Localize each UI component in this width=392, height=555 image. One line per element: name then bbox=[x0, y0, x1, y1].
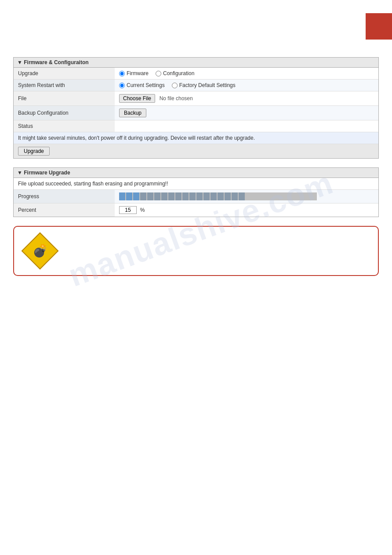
system-restart-options: Current Settings Factory Default Setting… bbox=[115, 80, 378, 91]
status-label: Status bbox=[14, 120, 115, 132]
bomb-diamond-icon: 💣 bbox=[22, 232, 59, 270]
progress-seg-r5 bbox=[168, 192, 174, 200]
current-settings-radio[interactable] bbox=[119, 83, 125, 88]
progress-row: Progress bbox=[14, 190, 378, 203]
upgrade-row: Upgrade Firmware Configuration bbox=[14, 68, 378, 80]
progress-seg-r6 bbox=[175, 192, 181, 200]
progress-seg-r7 bbox=[182, 192, 189, 200]
firmware-config-table: Upgrade Firmware Configuration bbox=[14, 68, 378, 158]
configuration-radio-text: Configuration bbox=[163, 70, 194, 76]
progress-segment-2 bbox=[126, 192, 132, 200]
upgrade-options: Firmware Configuration bbox=[115, 68, 378, 80]
upgrade-button[interactable]: Upgrade bbox=[18, 147, 50, 156]
status-row: Status bbox=[14, 120, 378, 132]
upload-status-message: File upload succeeded, starting flash er… bbox=[14, 178, 378, 190]
current-settings-radio-label[interactable]: Current Settings bbox=[119, 82, 165, 88]
percent-label: Percent bbox=[14, 203, 115, 217]
upgrade-label: Upgrade bbox=[14, 68, 115, 80]
configuration-radio-label[interactable]: Configuration bbox=[156, 70, 194, 76]
bomb-icon-container: 💣 bbox=[25, 236, 55, 266]
file-row: File Choose File No file chosen bbox=[14, 91, 378, 106]
progress-seg-r11 bbox=[211, 192, 217, 200]
firmware-upgrade-header: ▼ Firmware Upgrade bbox=[14, 168, 378, 178]
upgrade-button-row: Upgrade bbox=[14, 144, 378, 159]
choose-file-button[interactable]: Choose File bbox=[119, 94, 155, 103]
no-file-chosen-text: No file chosen bbox=[160, 95, 193, 102]
firmware-upgrade-table: File upload succeeded, starting flash er… bbox=[14, 178, 378, 217]
firmware-radio-label[interactable]: Firmware bbox=[119, 70, 149, 76]
factory-default-radio-label[interactable]: Factory Default Settings bbox=[172, 82, 236, 88]
progress-filled bbox=[119, 192, 140, 200]
file-label: File bbox=[14, 91, 115, 106]
accent-block bbox=[366, 13, 392, 40]
percent-input[interactable] bbox=[119, 206, 137, 214]
upload-status-row: File upload succeeded, starting flash er… bbox=[14, 178, 378, 190]
progress-label: Progress bbox=[14, 190, 115, 203]
progress-seg-r14 bbox=[232, 192, 238, 200]
status-value bbox=[115, 120, 378, 132]
current-settings-text: Current Settings bbox=[127, 82, 165, 88]
info-message: It might take several minutes, don't pow… bbox=[14, 132, 378, 144]
firmware-radio[interactable] bbox=[119, 71, 125, 76]
backup-button[interactable]: Backup bbox=[119, 109, 146, 117]
file-cell: Choose File No file chosen bbox=[115, 91, 378, 106]
progress-seg-r8 bbox=[189, 192, 196, 200]
percent-unit: % bbox=[140, 207, 145, 213]
upgrade-button-cell: Upgrade bbox=[14, 144, 378, 159]
percent-row: Percent % bbox=[14, 203, 378, 217]
backup-row: Backup Configuration Backup bbox=[14, 106, 378, 120]
firmware-config-header: ▼ Firmware & Configuraiton bbox=[14, 58, 378, 68]
progress-seg-r3 bbox=[154, 192, 160, 200]
system-restart-row: System Restart with Current Settings Fac… bbox=[14, 80, 378, 91]
progress-seg-r13 bbox=[225, 192, 231, 200]
firmware-config-panel: ▼ Firmware & Configuraiton Upgrade Firmw… bbox=[13, 57, 379, 159]
factory-default-radio[interactable] bbox=[172, 83, 178, 88]
firmware-radio-text: Firmware bbox=[127, 70, 149, 76]
info-message-row: It might take several minutes, don't pow… bbox=[14, 132, 378, 144]
progress-seg-r9 bbox=[196, 192, 203, 200]
progress-seg-r4 bbox=[161, 192, 167, 200]
progress-seg-r1 bbox=[140, 192, 146, 200]
system-restart-label: System Restart with bbox=[14, 80, 115, 91]
restart-radio-group: Current Settings Factory Default Setting… bbox=[119, 82, 374, 88]
progress-segment-1 bbox=[119, 192, 125, 200]
progress-segment-3 bbox=[133, 192, 139, 200]
factory-default-text: Factory Default Settings bbox=[179, 82, 236, 88]
bomb-symbol: 💣 bbox=[33, 245, 48, 257]
firmware-upgrade-panel: ▼ Firmware Upgrade File upload succeeded… bbox=[13, 167, 379, 217]
upgrade-radio-group: Firmware Configuration bbox=[119, 70, 374, 76]
progress-seg-r10 bbox=[203, 192, 210, 200]
backup-cell: Backup bbox=[115, 106, 378, 120]
progress-bar-cell bbox=[115, 190, 378, 203]
progress-bar bbox=[119, 192, 317, 200]
configuration-radio[interactable] bbox=[156, 71, 161, 76]
progress-seg-r12 bbox=[218, 192, 224, 200]
percent-cell: % bbox=[115, 203, 378, 217]
progress-seg-r15 bbox=[239, 192, 245, 200]
progress-seg-r2 bbox=[147, 192, 153, 200]
progress-remaining bbox=[140, 192, 246, 200]
backup-label: Backup Configuration bbox=[14, 106, 115, 120]
warning-box: 💣 bbox=[13, 226, 379, 276]
